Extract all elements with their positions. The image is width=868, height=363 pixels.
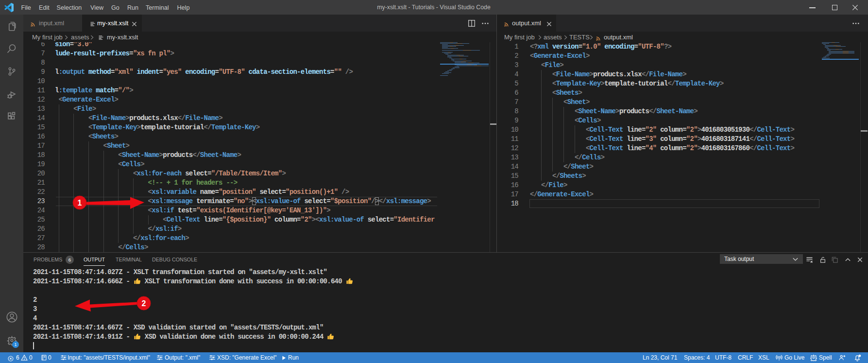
svg-text:1: 1	[78, 199, 82, 207]
svg-text:2: 2	[142, 299, 146, 308]
